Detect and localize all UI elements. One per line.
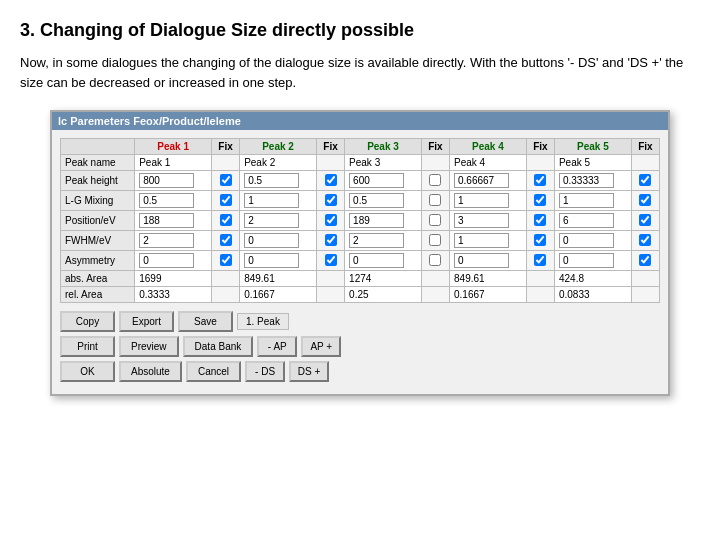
absolute-button[interactable]: Absolute (119, 361, 182, 382)
peak4-position[interactable]: 3 (450, 211, 527, 231)
fix4-fwhm[interactable] (526, 231, 554, 251)
peak4-asym[interactable]: 0 (450, 251, 527, 271)
copy-button[interactable]: Copy (60, 311, 115, 332)
peak5-absarea: 424.8 (554, 271, 631, 287)
fix1-lgmix[interactable] (212, 191, 240, 211)
peak2-name: Peak 2 (240, 155, 317, 171)
peak2-relarea: 0.1667 (240, 287, 317, 303)
fix5-position[interactable] (631, 211, 659, 231)
fix2-position[interactable] (316, 211, 344, 231)
fix5-fwhm[interactable] (631, 231, 659, 251)
peak3-asym[interactable]: 0 (345, 251, 422, 271)
peak2-asym[interactable]: 0 (240, 251, 317, 271)
row-label-peakname: Peak name (61, 155, 135, 171)
fix3-position[interactable] (421, 211, 449, 231)
ap-plus-button[interactable]: AP + (301, 336, 341, 357)
fix4-absarea (526, 271, 554, 287)
fix4-lgmix[interactable] (526, 191, 554, 211)
fix1-height[interactable] (212, 171, 240, 191)
fix5-absarea (631, 271, 659, 287)
page-title: 3. Changing of Dialogue Size directly po… (20, 20, 700, 41)
ok-button[interactable]: OK (60, 361, 115, 382)
buttons-row-2: Print Preview Data Bank - AP AP + (60, 336, 660, 357)
peak5-fwhm[interactable]: 0 (554, 231, 631, 251)
peak4-lgmix[interactable]: 1 (450, 191, 527, 211)
fix3-absarea (421, 271, 449, 287)
databank-button[interactable]: Data Bank (183, 336, 254, 357)
peak3-name: Peak 3 (345, 155, 422, 171)
col-header-peak1: Peak 1 (135, 139, 212, 155)
peak1-position[interactable]: 188 (135, 211, 212, 231)
fix2-height[interactable] (316, 171, 344, 191)
dialog-content: Peak 1 Fix Peak 2 Fix Peak 3 Fix Peak 4 … (52, 130, 668, 394)
peak5-position[interactable]: 6 (554, 211, 631, 231)
fix2-asym[interactable] (316, 251, 344, 271)
print-button[interactable]: Print (60, 336, 115, 357)
peak1-lgmix[interactable]: 0.5 (135, 191, 212, 211)
fix1-peakname (212, 155, 240, 171)
peak5-relarea: 0.0833 (554, 287, 631, 303)
col-header-peak4: Peak 4 (450, 139, 527, 155)
peak2-position[interactable]: 2 (240, 211, 317, 231)
fix5-lgmix[interactable] (631, 191, 659, 211)
peak3-fwhm[interactable]: 2 (345, 231, 422, 251)
peak1-relarea: 0.3333 (135, 287, 212, 303)
peak-indicator: 1. Peak (237, 313, 289, 330)
fix3-fwhm[interactable] (421, 231, 449, 251)
buttons-section: Copy Export Save 1. Peak Print Preview D… (60, 311, 660, 382)
peak5-name: Peak 5 (554, 155, 631, 171)
col-header-fix3: Fix (421, 139, 449, 155)
col-header-fix4: Fix (526, 139, 554, 155)
col-header-peak5: Peak 5 (554, 139, 631, 155)
save-button[interactable]: Save (178, 311, 233, 332)
peak2-fwhm[interactable]: 0 (240, 231, 317, 251)
row-label-position: Position/eV (61, 211, 135, 231)
table-row: Peak name Peak 1 Peak 2 Peak 3 Peak 4 Pe… (61, 155, 660, 171)
row-label-relarea: rel. Area (61, 287, 135, 303)
peak1-asym[interactable]: 0 (135, 251, 212, 271)
fix3-asym[interactable] (421, 251, 449, 271)
peak2-height[interactable]: 0.5 (240, 171, 317, 191)
fix1-position[interactable] (212, 211, 240, 231)
peak5-height[interactable]: 0.33333 (554, 171, 631, 191)
fix3-relarea (421, 287, 449, 303)
fix2-fwhm[interactable] (316, 231, 344, 251)
fix3-height[interactable] (421, 171, 449, 191)
peak1-height[interactable]: 800 (135, 171, 212, 191)
fix3-lgmix[interactable] (421, 191, 449, 211)
preview-button[interactable]: Preview (119, 336, 179, 357)
peak3-lgmix[interactable]: 0.5 (345, 191, 422, 211)
col-header-peak3: Peak 3 (345, 139, 422, 155)
fix2-lgmix[interactable] (316, 191, 344, 211)
fix4-peakname (526, 155, 554, 171)
fix4-height[interactable] (526, 171, 554, 191)
cancel-button[interactable]: Cancel (186, 361, 241, 382)
table-row: Position/eV 188 2 189 3 6 (61, 211, 660, 231)
ap-minus-button[interactable]: - AP (257, 336, 297, 357)
row-label-fwhm: FWHM/eV (61, 231, 135, 251)
peak4-fwhm[interactable]: 1 (450, 231, 527, 251)
peak3-height[interactable]: 600 (345, 171, 422, 191)
fix4-position[interactable] (526, 211, 554, 231)
export-button[interactable]: Export (119, 311, 174, 332)
fix2-absarea (316, 271, 344, 287)
col-header-fix5: Fix (631, 139, 659, 155)
fix1-asym[interactable] (212, 251, 240, 271)
fix5-height[interactable] (631, 171, 659, 191)
fix1-fwhm[interactable] (212, 231, 240, 251)
fix5-asym[interactable] (631, 251, 659, 271)
ds-minus-button[interactable]: - DS (245, 361, 285, 382)
peak4-absarea: 849.61 (450, 271, 527, 287)
peak4-height[interactable]: 0.66667 (450, 171, 527, 191)
fix4-asym[interactable] (526, 251, 554, 271)
peak2-lgmix[interactable]: 1 (240, 191, 317, 211)
peak5-asym[interactable]: 0 (554, 251, 631, 271)
peak3-position[interactable]: 189 (345, 211, 422, 231)
ds-plus-button[interactable]: DS + (289, 361, 329, 382)
peak3-relarea: 0.25 (345, 287, 422, 303)
table-row: Peak height 800 0.5 600 0.66667 0.33333 (61, 171, 660, 191)
table-row: Asymmetry 0 0 0 0 0 (61, 251, 660, 271)
peak5-lgmix[interactable]: 1 (554, 191, 631, 211)
buttons-row-1: Copy Export Save 1. Peak (60, 311, 660, 332)
peak1-fwhm[interactable]: 2 (135, 231, 212, 251)
